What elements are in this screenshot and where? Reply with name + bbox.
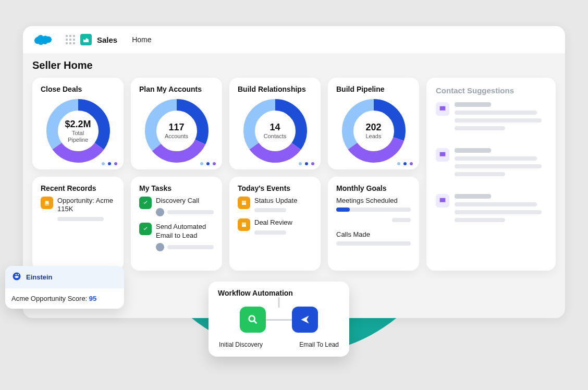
metric-title: Close Deals xyxy=(41,85,115,93)
workflow-automation-card[interactable]: Workflow Automation Initial Discovery Em… xyxy=(209,282,349,357)
contacts-title: Contact Suggestions xyxy=(436,86,546,95)
avatar xyxy=(156,243,164,251)
lists-row: Recent Records Opportunity: Acme 115K xyxy=(32,177,419,271)
task-text: Discovery Call xyxy=(156,197,214,205)
goal-progress xyxy=(336,241,411,246)
my-tasks-title: My Tasks xyxy=(139,184,214,192)
recent-records-title: Recent Records xyxy=(41,184,115,192)
einstein-header: Einstein xyxy=(5,266,124,288)
events-title: Today's Events xyxy=(238,184,312,192)
metric-title: Build Pipeline xyxy=(336,85,411,93)
list-item[interactable]: Discovery Call xyxy=(139,197,214,216)
placeholder-line xyxy=(167,210,214,214)
goals-title: Monthly Goals xyxy=(336,184,411,192)
event-text: Status Update xyxy=(254,197,312,205)
metric-card-1[interactable]: Plan My Accounts 117 Accounts xyxy=(131,78,222,169)
workflow-label-2: Email To Lead xyxy=(299,341,339,348)
nav-tab-home[interactable]: Home xyxy=(132,35,151,44)
opportunity-icon xyxy=(41,197,53,209)
workflow-title: Workflow Automation xyxy=(218,289,340,297)
list-item[interactable]: Deal Review xyxy=(238,218,312,234)
workflow-node-email[interactable] xyxy=(292,307,318,333)
content-area: Seller Home Close Deals $2.2M TotalPipel… xyxy=(23,53,565,277)
placeholder-line xyxy=(392,218,411,222)
contact-icon xyxy=(436,148,449,162)
metric-title: Build Relationships xyxy=(238,85,312,93)
workflow-connector xyxy=(266,319,292,321)
metric-card-3[interactable]: Build Pipeline 202 Leads xyxy=(328,78,419,169)
recent-records-card[interactable]: Recent Records Opportunity: Acme 115K xyxy=(32,177,124,271)
metric-value: 14 xyxy=(270,122,280,133)
donut-chart: 117 Accounts xyxy=(143,98,210,164)
einstein-text: Acme Opportunity Score: xyxy=(11,295,89,302)
donut-chart: 202 Leads xyxy=(340,98,407,164)
svg-point-13 xyxy=(249,316,255,322)
todays-events-card[interactable]: Today's Events Status Update xyxy=(229,177,321,271)
metric-value: $2.2M xyxy=(65,119,91,130)
workflow-diagram xyxy=(218,301,340,338)
contact-suggestion-item[interactable] xyxy=(436,148,546,176)
donut-chart: 14 Contacts xyxy=(242,98,309,164)
metric-title: Plan My Accounts xyxy=(139,85,214,93)
record-text: Opportunity: Acme 115K xyxy=(57,197,115,214)
contact-suggestion-item[interactable] xyxy=(436,194,546,222)
metric-value: 117 xyxy=(168,122,184,133)
placeholder-line xyxy=(57,217,104,221)
card-pager[interactable] xyxy=(200,162,216,165)
app-launcher-icon[interactable] xyxy=(66,35,75,44)
list-item[interactable]: Send Automated Email to Lead xyxy=(139,223,214,251)
workflow-connector xyxy=(278,297,280,308)
top-bar: Sales Home xyxy=(23,26,565,53)
donut-chart: $2.2M TotalPipeline xyxy=(45,98,112,164)
page-title: Seller Home xyxy=(32,59,556,71)
task-text: Send Automated Email to Lead xyxy=(156,223,214,240)
metrics-row: Close Deals $2.2M TotalPipeline Plan My … xyxy=(32,78,419,169)
my-tasks-card[interactable]: My Tasks Discovery Call xyxy=(131,177,222,271)
monthly-goals-card[interactable]: Monthly Goals Meetings Scheduled Calls M… xyxy=(328,177,419,271)
goal-progress xyxy=(336,208,411,212)
event-text: Deal Review xyxy=(254,218,312,227)
placeholder-line xyxy=(254,208,286,212)
metric-card-0[interactable]: Close Deals $2.2M TotalPipeline xyxy=(32,78,124,169)
card-pager[interactable] xyxy=(299,162,314,165)
einstein-body: Acme Opportunity Score: 95 xyxy=(5,288,124,309)
metric-value: 202 xyxy=(365,122,381,133)
list-item[interactable]: Opportunity: Acme 115K xyxy=(41,197,115,221)
placeholder-line xyxy=(254,230,286,235)
salesforce-logo xyxy=(32,32,53,47)
einstein-title: Einstein xyxy=(26,273,53,281)
goal-label: Meetings Scheduled xyxy=(336,197,411,204)
contact-suggestions-card[interactable]: Contact Suggestions xyxy=(426,78,556,271)
card-pager[interactable] xyxy=(397,162,413,165)
contact-suggestion-item[interactable] xyxy=(436,102,546,130)
calendar-icon xyxy=(238,197,250,209)
goal-label: Calls Made xyxy=(336,230,411,238)
app-name: Sales xyxy=(97,35,117,44)
calendar-icon xyxy=(238,218,250,231)
einstein-icon xyxy=(11,271,22,283)
placeholder-line xyxy=(167,245,214,249)
einstein-insight-card[interactable]: Einstein Acme Opportunity Score: 95 xyxy=(5,266,124,309)
contact-icon xyxy=(436,102,449,116)
einstein-score: 95 xyxy=(89,295,96,302)
card-pager[interactable] xyxy=(102,162,117,165)
workflow-label-1: Initial Discovery xyxy=(219,341,263,348)
nav-bar: Sales Home xyxy=(60,30,556,49)
avatar xyxy=(156,208,164,216)
checkbox-icon[interactable] xyxy=(139,223,152,235)
checkbox-icon[interactable] xyxy=(139,197,152,209)
sales-app-icon xyxy=(80,34,92,45)
contact-icon xyxy=(436,194,449,208)
metric-card-2[interactable]: Build Relationships 14 Contacts xyxy=(229,78,321,169)
list-item[interactable]: Status Update xyxy=(238,197,312,212)
workflow-node-discovery[interactable] xyxy=(240,307,266,333)
